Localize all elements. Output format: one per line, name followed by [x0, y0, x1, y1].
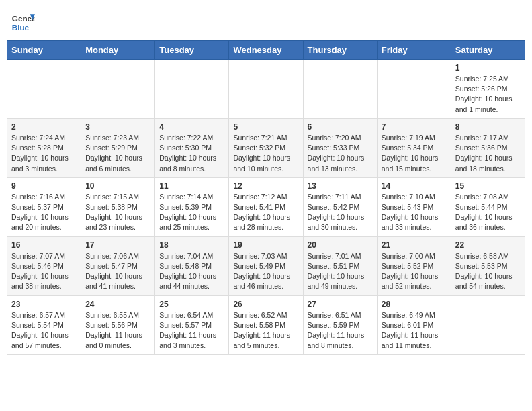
day-number: 2 — [11, 122, 77, 132]
day-number: 27 — [308, 300, 373, 309]
calendar-week-5: 23Sunrise: 6:57 AM Sunset: 5:54 PM Dayli… — [7, 295, 525, 355]
calendar-cell — [81, 60, 155, 119]
calendar-week-2: 2Sunrise: 7:24 AM Sunset: 5:28 PM Daylig… — [7, 118, 525, 177]
calendar-cell: 18Sunrise: 7:04 AM Sunset: 5:48 PM Dayli… — [155, 236, 229, 295]
calendar-week-4: 16Sunrise: 7:07 AM Sunset: 5:46 PM Dayli… — [7, 236, 525, 295]
calendar-cell: 28Sunrise: 6:49 AM Sunset: 6:01 PM Dayli… — [377, 295, 451, 355]
day-info: Sunrise: 7:08 AM Sunset: 5:44 PM Dayligh… — [455, 192, 521, 233]
day-info: Sunrise: 7:10 AM Sunset: 5:43 PM Dayligh… — [382, 192, 447, 233]
day-info: Sunrise: 7:00 AM Sunset: 5:52 PM Dayligh… — [382, 251, 447, 292]
logo-icon: General Blue — [11, 9, 35, 34]
day-info: Sunrise: 6:51 AM Sunset: 5:59 PM Dayligh… — [308, 310, 373, 351]
calendar-cell: 10Sunrise: 7:15 AM Sunset: 5:38 PM Dayli… — [81, 177, 155, 236]
day-number: 18 — [159, 240, 224, 250]
col-header-monday: Monday — [81, 41, 155, 60]
calendar-cell: 27Sunrise: 6:51 AM Sunset: 5:59 PM Dayli… — [303, 295, 377, 355]
day-info: Sunrise: 6:52 AM Sunset: 5:58 PM Dayligh… — [233, 310, 298, 351]
col-header-sunday: Sunday — [7, 41, 81, 60]
col-header-friday: Friday — [377, 41, 451, 60]
col-header-saturday: Saturday — [451, 41, 525, 60]
day-info: Sunrise: 7:20 AM Sunset: 5:33 PM Dayligh… — [308, 133, 373, 174]
day-number: 3 — [85, 122, 150, 132]
calendar-cell: 20Sunrise: 7:01 AM Sunset: 5:51 PM Dayli… — [303, 236, 377, 295]
calendar-cell: 13Sunrise: 7:11 AM Sunset: 5:42 PM Dayli… — [303, 177, 377, 236]
calendar-cell: 7Sunrise: 7:19 AM Sunset: 5:34 PM Daylig… — [377, 118, 451, 177]
day-info: Sunrise: 7:15 AM Sunset: 5:38 PM Dayligh… — [85, 192, 150, 233]
day-number: 4 — [159, 122, 224, 132]
calendar-cell: 9Sunrise: 7:16 AM Sunset: 5:37 PM Daylig… — [7, 177, 81, 236]
calendar-cell: 19Sunrise: 7:03 AM Sunset: 5:49 PM Dayli… — [229, 236, 303, 295]
day-number: 21 — [382, 240, 447, 250]
calendar-cell — [7, 60, 81, 119]
calendar-week-1: 1Sunrise: 7:25 AM Sunset: 5:26 PM Daylig… — [7, 60, 525, 119]
day-info: Sunrise: 7:14 AM Sunset: 5:39 PM Dayligh… — [159, 192, 224, 233]
day-number: 17 — [85, 240, 150, 250]
calendar-cell: 16Sunrise: 7:07 AM Sunset: 5:46 PM Dayli… — [7, 236, 81, 295]
day-info: Sunrise: 7:01 AM Sunset: 5:51 PM Dayligh… — [308, 251, 373, 292]
calendar-cell: 15Sunrise: 7:08 AM Sunset: 5:44 PM Dayli… — [451, 177, 525, 236]
calendar-cell: 12Sunrise: 7:12 AM Sunset: 5:41 PM Dayli… — [229, 177, 303, 236]
day-number: 13 — [308, 181, 373, 191]
calendar-cell: 3Sunrise: 7:23 AM Sunset: 5:29 PM Daylig… — [81, 118, 155, 177]
day-number: 15 — [455, 181, 521, 191]
day-info: Sunrise: 7:19 AM Sunset: 5:34 PM Dayligh… — [382, 133, 447, 174]
day-number: 20 — [308, 240, 373, 250]
day-number: 5 — [233, 122, 298, 132]
calendar-cell: 26Sunrise: 6:52 AM Sunset: 5:58 PM Dayli… — [229, 295, 303, 355]
day-info: Sunrise: 6:57 AM Sunset: 5:54 PM Dayligh… — [11, 310, 77, 351]
day-number: 7 — [382, 122, 447, 132]
calendar-cell: 4Sunrise: 7:22 AM Sunset: 5:30 PM Daylig… — [155, 118, 229, 177]
calendar-cell — [377, 60, 451, 119]
calendar-header-row: SundayMondayTuesdayWednesdayThursdayFrid… — [7, 41, 525, 60]
day-info: Sunrise: 6:49 AM Sunset: 6:01 PM Dayligh… — [382, 310, 447, 351]
day-number: 24 — [85, 300, 150, 309]
day-info: Sunrise: 7:23 AM Sunset: 5:29 PM Dayligh… — [85, 133, 150, 174]
day-info: Sunrise: 7:22 AM Sunset: 5:30 PM Dayligh… — [159, 133, 224, 174]
calendar-cell: 11Sunrise: 7:14 AM Sunset: 5:39 PM Dayli… — [155, 177, 229, 236]
day-number: 26 — [233, 300, 298, 309]
calendar-body: 1Sunrise: 7:25 AM Sunset: 5:26 PM Daylig… — [7, 60, 525, 355]
calendar-cell — [155, 60, 229, 119]
calendar-cell: 22Sunrise: 6:58 AM Sunset: 5:53 PM Dayli… — [451, 236, 525, 295]
calendar-cell: 8Sunrise: 7:17 AM Sunset: 5:36 PM Daylig… — [451, 118, 525, 177]
day-info: Sunrise: 7:07 AM Sunset: 5:46 PM Dayligh… — [11, 251, 77, 292]
svg-text:Blue: Blue — [12, 23, 30, 32]
day-number: 23 — [11, 300, 77, 309]
day-number: 22 — [455, 240, 521, 250]
day-number: 11 — [159, 181, 224, 191]
calendar-week-3: 9Sunrise: 7:16 AM Sunset: 5:37 PM Daylig… — [7, 177, 525, 236]
day-info: Sunrise: 6:58 AM Sunset: 5:53 PM Dayligh… — [455, 251, 521, 292]
col-header-wednesday: Wednesday — [229, 41, 303, 60]
day-number: 28 — [382, 300, 447, 309]
calendar-cell: 23Sunrise: 6:57 AM Sunset: 5:54 PM Dayli… — [7, 295, 81, 355]
page-header: General Blue — [7, 7, 525, 36]
calendar-cell: 14Sunrise: 7:10 AM Sunset: 5:43 PM Dayli… — [377, 177, 451, 236]
day-number: 10 — [85, 181, 150, 191]
day-number: 8 — [455, 122, 521, 132]
day-info: Sunrise: 6:55 AM Sunset: 5:56 PM Dayligh… — [85, 310, 150, 351]
day-info: Sunrise: 7:03 AM Sunset: 5:49 PM Dayligh… — [233, 251, 298, 292]
calendar-cell — [229, 60, 303, 119]
day-number: 25 — [159, 300, 224, 309]
day-info: Sunrise: 7:11 AM Sunset: 5:42 PM Dayligh… — [308, 192, 373, 233]
calendar-cell: 25Sunrise: 6:54 AM Sunset: 5:57 PM Dayli… — [155, 295, 229, 355]
day-number: 16 — [11, 240, 77, 250]
day-number: 1 — [455, 63, 521, 73]
calendar-cell: 6Sunrise: 7:20 AM Sunset: 5:33 PM Daylig… — [303, 118, 377, 177]
calendar-cell: 21Sunrise: 7:00 AM Sunset: 5:52 PM Dayli… — [377, 236, 451, 295]
day-info: Sunrise: 7:24 AM Sunset: 5:28 PM Dayligh… — [11, 133, 77, 174]
day-info: Sunrise: 7:21 AM Sunset: 5:32 PM Dayligh… — [233, 133, 298, 174]
day-number: 9 — [11, 181, 77, 191]
calendar-cell: 1Sunrise: 7:25 AM Sunset: 5:26 PM Daylig… — [451, 60, 525, 119]
day-number: 6 — [308, 122, 373, 132]
calendar-cell — [451, 295, 525, 355]
day-info: Sunrise: 7:04 AM Sunset: 5:48 PM Dayligh… — [159, 251, 224, 292]
col-header-tuesday: Tuesday — [155, 41, 229, 60]
day-info: Sunrise: 7:25 AM Sunset: 5:26 PM Dayligh… — [455, 74, 521, 115]
day-info: Sunrise: 7:16 AM Sunset: 5:37 PM Dayligh… — [11, 192, 77, 233]
day-info: Sunrise: 6:54 AM Sunset: 5:57 PM Dayligh… — [159, 310, 224, 351]
day-number: 12 — [233, 181, 298, 191]
day-number: 19 — [233, 240, 298, 250]
calendar-cell — [303, 60, 377, 119]
col-header-thursday: Thursday — [303, 41, 377, 60]
